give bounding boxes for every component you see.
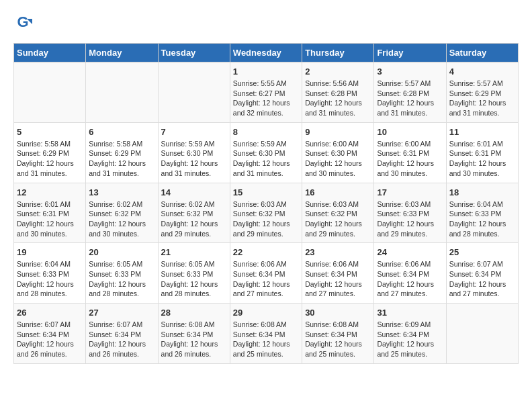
day-number: 3 (377, 66, 443, 77)
day-info: Sunrise: 5:55 AM Sunset: 6:27 PM Dayligh… (233, 79, 299, 118)
calendar-cell (446, 304, 518, 364)
day-info: Sunrise: 6:00 AM Sunset: 6:31 PM Dayligh… (377, 139, 443, 179)
day-info: Sunrise: 6:02 AM Sunset: 6:32 PM Dayligh… (161, 199, 227, 239)
svg-text:G: G (17, 13, 28, 30)
calendar-cell: 14Sunrise: 6:02 AM Sunset: 6:32 PM Dayli… (158, 183, 230, 243)
day-info: Sunrise: 6:01 AM Sunset: 6:31 PM Dayligh… (449, 139, 515, 179)
day-info: Sunrise: 6:08 AM Sunset: 6:34 PM Dayligh… (233, 320, 299, 359)
calendar-cell: 31Sunrise: 6:09 AM Sunset: 6:34 PM Dayli… (374, 304, 446, 364)
calendar-week-row: 5Sunrise: 5:58 AM Sunset: 6:29 PM Daylig… (14, 122, 519, 183)
logo: G (13, 13, 35, 32)
day-info: Sunrise: 5:57 AM Sunset: 6:28 PM Dayligh… (377, 79, 443, 118)
calendar-cell: 4Sunrise: 5:57 AM Sunset: 6:29 PM Daylig… (446, 62, 518, 123)
day-info: Sunrise: 6:01 AM Sunset: 6:31 PM Dayligh… (17, 199, 83, 239)
day-number: 21 (161, 247, 227, 257)
calendar-cell: 15Sunrise: 6:03 AM Sunset: 6:32 PM Dayli… (230, 183, 302, 243)
day-info: Sunrise: 6:07 AM Sunset: 6:34 PM Dayligh… (89, 320, 154, 359)
calendar-cell: 1Sunrise: 5:55 AM Sunset: 6:27 PM Daylig… (230, 62, 302, 123)
day-info: Sunrise: 6:03 AM Sunset: 6:33 PM Dayligh… (377, 199, 443, 239)
day-number: 16 (305, 187, 371, 197)
calendar-cell (14, 62, 86, 123)
calendar-cell: 10Sunrise: 6:00 AM Sunset: 6:31 PM Dayli… (374, 122, 446, 183)
day-info: Sunrise: 5:57 AM Sunset: 6:29 PM Dayligh… (449, 79, 515, 118)
calendar-week-row: 19Sunrise: 6:04 AM Sunset: 6:33 PM Dayli… (14, 243, 519, 304)
day-number: 9 (305, 127, 371, 137)
day-number: 11 (449, 127, 515, 137)
calendar-cell: 13Sunrise: 6:02 AM Sunset: 6:32 PM Dayli… (86, 183, 158, 243)
day-info: Sunrise: 6:03 AM Sunset: 6:32 PM Dayligh… (233, 199, 299, 239)
header-cell-friday: Friday (374, 44, 446, 62)
day-number: 8 (233, 127, 299, 137)
calendar-cell: 3Sunrise: 5:57 AM Sunset: 6:28 PM Daylig… (374, 62, 446, 123)
calendar-cell: 24Sunrise: 6:06 AM Sunset: 6:34 PM Dayli… (374, 243, 446, 304)
day-info: Sunrise: 6:05 AM Sunset: 6:33 PM Dayligh… (89, 259, 154, 299)
calendar-cell: 16Sunrise: 6:03 AM Sunset: 6:32 PM Dayli… (302, 183, 374, 243)
calendar-week-row: 1Sunrise: 5:55 AM Sunset: 6:27 PM Daylig… (14, 62, 519, 123)
day-number: 20 (89, 247, 154, 257)
day-number: 31 (377, 308, 443, 318)
calendar-cell: 5Sunrise: 5:58 AM Sunset: 6:29 PM Daylig… (14, 122, 86, 183)
day-info: Sunrise: 6:03 AM Sunset: 6:32 PM Dayligh… (305, 199, 371, 239)
header-cell-tuesday: Tuesday (158, 44, 230, 62)
day-info: Sunrise: 6:00 AM Sunset: 6:30 PM Dayligh… (305, 139, 371, 179)
day-number: 23 (305, 247, 371, 257)
day-number: 12 (17, 187, 83, 197)
day-info: Sunrise: 5:58 AM Sunset: 6:29 PM Dayligh… (17, 139, 83, 179)
day-info: Sunrise: 6:06 AM Sunset: 6:34 PM Dayligh… (233, 259, 299, 299)
logo-icon: G (13, 13, 32, 32)
calendar-cell: 20Sunrise: 6:05 AM Sunset: 6:33 PM Dayli… (86, 243, 158, 304)
calendar-cell: 18Sunrise: 6:04 AM Sunset: 6:33 PM Dayli… (446, 183, 518, 243)
calendar-cell: 21Sunrise: 6:05 AM Sunset: 6:33 PM Dayli… (158, 243, 230, 304)
day-info: Sunrise: 6:08 AM Sunset: 6:34 PM Dayligh… (161, 320, 227, 359)
calendar-cell: 27Sunrise: 6:07 AM Sunset: 6:34 PM Dayli… (86, 304, 158, 364)
day-number: 2 (305, 66, 371, 77)
day-info: Sunrise: 5:56 AM Sunset: 6:28 PM Dayligh… (305, 79, 371, 118)
day-number: 19 (17, 247, 83, 257)
calendar-cell: 25Sunrise: 6:07 AM Sunset: 6:34 PM Dayli… (446, 243, 518, 304)
day-number: 17 (377, 187, 443, 197)
calendar-cell: 12Sunrise: 6:01 AM Sunset: 6:31 PM Dayli… (14, 183, 86, 243)
day-number: 30 (305, 308, 371, 318)
calendar-cell: 19Sunrise: 6:04 AM Sunset: 6:33 PM Dayli… (14, 243, 86, 304)
day-number: 5 (17, 127, 83, 137)
header: G (13, 13, 519, 32)
day-info: Sunrise: 6:04 AM Sunset: 6:33 PM Dayligh… (449, 199, 515, 239)
day-info: Sunrise: 6:06 AM Sunset: 6:34 PM Dayligh… (377, 259, 443, 299)
day-number: 4 (449, 66, 515, 77)
calendar-cell: 30Sunrise: 6:08 AM Sunset: 6:34 PM Dayli… (302, 304, 374, 364)
calendar-cell: 26Sunrise: 6:07 AM Sunset: 6:34 PM Dayli… (14, 304, 86, 364)
calendar-cell: 2Sunrise: 5:56 AM Sunset: 6:28 PM Daylig… (302, 62, 374, 123)
day-number: 6 (89, 127, 154, 137)
day-number: 15 (233, 187, 299, 197)
header-cell-thursday: Thursday (302, 44, 374, 62)
day-number: 24 (377, 247, 443, 257)
day-number: 1 (233, 66, 299, 77)
calendar-week-row: 26Sunrise: 6:07 AM Sunset: 6:34 PM Dayli… (14, 304, 519, 364)
day-number: 14 (161, 187, 227, 197)
header-cell-sunday: Sunday (14, 44, 86, 62)
day-info: Sunrise: 6:09 AM Sunset: 6:34 PM Dayligh… (377, 320, 443, 359)
day-number: 7 (161, 127, 227, 137)
day-number: 22 (233, 247, 299, 257)
calendar-week-row: 12Sunrise: 6:01 AM Sunset: 6:31 PM Dayli… (14, 183, 519, 243)
calendar-cell (158, 62, 230, 123)
calendar-cell: 29Sunrise: 6:08 AM Sunset: 6:34 PM Dayli… (230, 304, 302, 364)
day-info: Sunrise: 5:59 AM Sunset: 6:30 PM Dayligh… (161, 139, 227, 179)
calendar-cell: 23Sunrise: 6:06 AM Sunset: 6:34 PM Dayli… (302, 243, 374, 304)
header-row: SundayMondayTuesdayWednesdayThursdayFrid… (14, 44, 519, 62)
calendar-cell: 9Sunrise: 6:00 AM Sunset: 6:30 PM Daylig… (302, 122, 374, 183)
day-info: Sunrise: 6:07 AM Sunset: 6:34 PM Dayligh… (17, 320, 83, 359)
day-info: Sunrise: 6:06 AM Sunset: 6:34 PM Dayligh… (305, 259, 371, 299)
day-info: Sunrise: 6:07 AM Sunset: 6:34 PM Dayligh… (449, 259, 515, 299)
calendar-cell (86, 62, 158, 123)
day-info: Sunrise: 5:58 AM Sunset: 6:29 PM Dayligh… (89, 139, 154, 179)
day-number: 25 (449, 247, 515, 257)
day-number: 13 (89, 187, 154, 197)
calendar-cell: 7Sunrise: 5:59 AM Sunset: 6:30 PM Daylig… (158, 122, 230, 183)
day-number: 18 (449, 187, 515, 197)
day-number: 29 (233, 308, 299, 318)
day-info: Sunrise: 5:59 AM Sunset: 6:30 PM Dayligh… (233, 139, 299, 179)
day-info: Sunrise: 6:02 AM Sunset: 6:32 PM Dayligh… (89, 199, 154, 239)
calendar-cell: 17Sunrise: 6:03 AM Sunset: 6:33 PM Dayli… (374, 183, 446, 243)
day-number: 26 (17, 308, 83, 318)
